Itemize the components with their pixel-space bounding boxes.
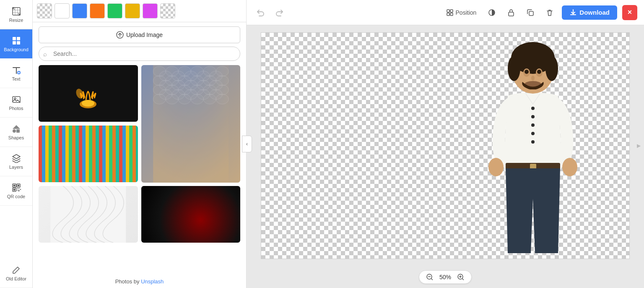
background-image-scales[interactable] xyxy=(141,65,241,183)
toolbar: Position xyxy=(247,0,644,25)
swatch-blue[interactable] xyxy=(72,3,87,18)
zoom-in-button[interactable] xyxy=(457,273,465,281)
zoom-in-icon xyxy=(457,273,465,281)
opacity-icon xyxy=(488,8,496,17)
svg-point-64 xyxy=(203,94,216,104)
zoom-control: 50% xyxy=(419,270,472,284)
sidebar-item-qrcode[interactable]: QR code xyxy=(0,176,32,206)
sidebar-item-label: Photos xyxy=(9,106,23,111)
download-icon xyxy=(569,9,577,16)
sidebar: Resize Background Text Photos xyxy=(0,0,33,288)
redo-button[interactable] xyxy=(273,5,287,20)
sidebar-item-label: Shapes xyxy=(8,135,24,140)
svg-point-89 xyxy=(531,140,535,144)
upload-image-button[interactable]: Upload Image xyxy=(39,26,240,43)
svg-point-77 xyxy=(545,56,558,81)
swatch-orange[interactable] xyxy=(90,3,105,18)
svg-point-81 xyxy=(537,70,541,74)
scales-decoration xyxy=(141,65,241,183)
sidebar-item-label: Background xyxy=(4,47,29,52)
lock-button[interactable] xyxy=(504,5,518,20)
upload-label: Upload Image xyxy=(126,31,163,38)
copy-icon xyxy=(526,8,535,17)
swatch-checker2[interactable] xyxy=(160,3,175,18)
sidebar-item-resize[interactable]: Resize xyxy=(0,0,32,29)
canvas-container: ▶ xyxy=(247,25,644,266)
qr-icon xyxy=(12,183,21,192)
upload-icon xyxy=(116,31,124,39)
zoom-bar: 50% xyxy=(247,266,644,288)
edit-icon xyxy=(12,265,21,275)
download-label: Download xyxy=(579,9,610,16)
svg-rect-70 xyxy=(450,13,453,16)
search-input[interactable] xyxy=(39,47,240,61)
svg-point-61 xyxy=(166,94,178,104)
copy-button[interactable] xyxy=(523,5,538,20)
collapse-panel-button[interactable]: ‹ xyxy=(242,136,252,152)
svg-point-62 xyxy=(178,94,191,104)
background-image-white-swirl[interactable] xyxy=(39,186,138,243)
svg-rect-2 xyxy=(17,37,20,40)
sidebar-item-photos[interactable]: Photos xyxy=(0,88,32,118)
dark-hand-decoration xyxy=(67,75,109,113)
sidebar-item-background[interactable]: Background xyxy=(0,29,32,59)
shapes-icon xyxy=(12,124,21,134)
photos-credit: Photos by Unsplash xyxy=(33,275,246,288)
text-plus-icon xyxy=(12,65,21,75)
sidebar-item-label: QR code xyxy=(7,194,25,199)
svg-point-90 xyxy=(488,158,504,176)
svg-rect-73 xyxy=(529,11,533,16)
sidebar-item-layers[interactable]: Layers xyxy=(0,147,32,176)
zoom-out-icon xyxy=(426,273,434,281)
svg-point-91 xyxy=(562,158,577,176)
svg-rect-3 xyxy=(13,41,16,45)
svg-rect-12 xyxy=(13,185,15,186)
svg-point-60 xyxy=(153,94,166,104)
trash-icon xyxy=(545,8,554,17)
toolbar-right: Position xyxy=(443,5,637,20)
position-button[interactable]: Position xyxy=(443,6,480,19)
svg-point-82 xyxy=(531,76,535,81)
svg-rect-19 xyxy=(17,190,18,191)
background-image-dark-red[interactable] xyxy=(141,186,241,243)
layers-icon xyxy=(12,154,21,163)
sidebar-item-old-editor[interactable]: Old Editor xyxy=(0,259,32,288)
download-button[interactable]: Download xyxy=(562,5,617,20)
swatch-yellow[interactable] xyxy=(125,3,140,18)
background-image-dark-hand[interactable] xyxy=(39,65,138,122)
svg-rect-16 xyxy=(13,189,15,191)
canvas-right-hint: ▶ xyxy=(637,143,641,149)
sidebar-item-text[interactable]: Text xyxy=(0,59,32,88)
svg-point-76 xyxy=(508,56,520,81)
canvas-checkerboard[interactable] xyxy=(261,32,630,259)
delete-button[interactable] xyxy=(543,5,557,20)
background-image-colorful[interactable] xyxy=(39,126,138,182)
sidebar-item-label: Layers xyxy=(9,165,23,170)
canvas-area: Position xyxy=(247,0,644,288)
search-icon: ⌕ xyxy=(43,50,47,58)
close-button[interactable]: × xyxy=(622,5,637,20)
photo-icon xyxy=(12,95,21,104)
sidebar-item-label: Text xyxy=(12,76,20,81)
lock-icon xyxy=(507,8,515,17)
undo-button[interactable] xyxy=(253,5,267,20)
sidebar-item-label: Resize xyxy=(9,18,23,23)
svg-rect-21 xyxy=(20,189,21,190)
svg-rect-17 xyxy=(17,188,18,189)
swatches-bar xyxy=(33,0,246,22)
svg-marker-10 xyxy=(13,125,20,129)
opacity-button[interactable] xyxy=(485,5,499,20)
svg-point-87 xyxy=(531,123,535,127)
zoom-out-button[interactable] xyxy=(426,273,434,281)
swatch-checker1[interactable] xyxy=(37,3,52,18)
svg-point-24 xyxy=(82,100,94,107)
swatch-white[interactable] xyxy=(55,3,70,18)
sidebar-item-shapes[interactable]: Shapes xyxy=(0,118,32,147)
swirl-decoration xyxy=(39,186,138,243)
svg-rect-72 xyxy=(509,12,514,16)
unsplash-link[interactable]: Unsplash xyxy=(141,278,164,285)
swatch-pink[interactable] xyxy=(143,3,158,18)
redo-icon xyxy=(275,8,284,17)
swatch-green[interactable] xyxy=(107,3,122,18)
svg-point-85 xyxy=(531,107,535,110)
